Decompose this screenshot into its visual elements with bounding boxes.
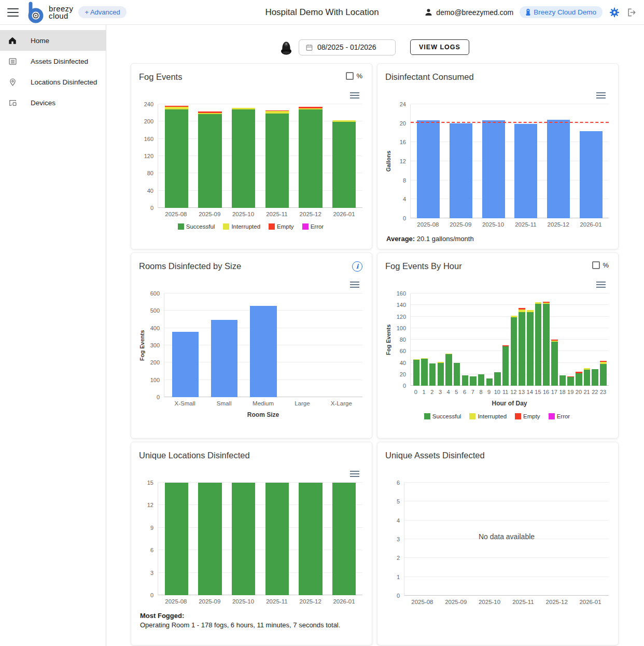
bar	[502, 293, 509, 386]
x-tick-label: 9	[485, 389, 493, 395]
bar-segment	[413, 360, 420, 386]
bar-segment	[543, 304, 550, 386]
home-icon	[8, 36, 17, 45]
panel-rooms-by-size: Rooms Disinfected by Size i Fog Events 0…	[131, 252, 372, 439]
bar-segment	[535, 304, 542, 386]
bar	[551, 293, 558, 386]
bar-slot	[428, 293, 437, 386]
sidebar-item-devices[interactable]: Devices	[0, 92, 106, 113]
x-tick-label: 2025-10	[473, 599, 507, 605]
y-axis-label: Fog Events	[385, 293, 391, 386]
chart-menu-icon[interactable]	[596, 282, 606, 288]
percent-checkbox[interactable]	[346, 72, 354, 80]
bar-slot	[193, 483, 227, 595]
legend-swatch	[302, 223, 309, 230]
calendar-icon	[305, 44, 313, 51]
chart-plot-area[interactable]	[158, 483, 362, 595]
fogger-device-icon[interactable]	[280, 39, 292, 55]
chart-plot-area[interactable]	[164, 293, 362, 397]
chart-menu-icon[interactable]	[350, 471, 359, 477]
bar-segment	[470, 376, 477, 386]
average-note: Average: 20.1 gallons/month	[385, 235, 609, 243]
bar-slot	[322, 293, 361, 397]
devices-icon	[8, 99, 17, 107]
view-logs-button[interactable]: VIEW LOGS	[410, 39, 469, 55]
bar-segment	[502, 346, 509, 386]
percent-toggle[interactable]: %	[346, 72, 362, 80]
chart-plot-area[interactable]	[410, 104, 609, 218]
bar-slot	[193, 104, 227, 208]
y-tick: 160	[397, 290, 406, 297]
bar-segment	[332, 483, 356, 595]
bars-layer	[411, 293, 609, 386]
chart-plot-area[interactable]: No data available	[404, 483, 609, 596]
x-tick-label: Medium	[244, 400, 283, 406]
bar	[172, 293, 199, 397]
x-tick-label: 2025-12	[293, 211, 327, 217]
x-tick-label: 4	[444, 389, 453, 395]
date-range-input[interactable]: 08/2025 - 01/2026	[299, 39, 396, 55]
sidebar-item-locations-disinfected[interactable]: Locations Disinfected	[0, 72, 106, 92]
bar-segment	[417, 120, 440, 218]
y-tick: 200	[144, 118, 153, 124]
bar-slot	[534, 293, 542, 386]
legend-swatch	[223, 223, 229, 230]
breezy-logo-icon	[26, 2, 46, 23]
bar-slot	[166, 293, 205, 397]
percent-toggle[interactable]: %	[592, 261, 609, 269]
x-tick-label: 2026-01	[573, 599, 607, 605]
no-data-message: No data available	[404, 532, 609, 541]
y-axis-label: Fog Events	[139, 293, 145, 397]
y-axis-ticks: 04080120160200240	[139, 104, 158, 208]
y-tick: 3	[150, 570, 153, 576]
settings-gear-icon[interactable]	[609, 7, 620, 18]
x-tick-label: 1	[420, 389, 428, 395]
panel-title: Unique Locations Disinfected	[139, 451, 250, 460]
chart-plot-area[interactable]	[410, 293, 609, 386]
app-header: breezy cloud + Advanced Hospital Demo Wi…	[0, 0, 644, 25]
bar-segment	[429, 363, 436, 386]
chart-menu-icon[interactable]	[350, 282, 359, 288]
bar	[445, 293, 452, 386]
bar	[543, 293, 550, 386]
panel-title: Fog Events By Hour	[385, 261, 462, 271]
bar-slot	[412, 293, 421, 386]
percent-checkbox[interactable]	[592, 261, 600, 269]
tenant-selector[interactable]: Breezy Cloud Demo	[520, 6, 603, 18]
x-tick-label: 2025-11	[260, 211, 293, 217]
x-tick-label: 2026-01	[575, 221, 607, 228]
advanced-toggle[interactable]: + Advanced	[78, 6, 126, 18]
y-tick: 8	[403, 177, 406, 184]
info-icon[interactable]: i	[352, 261, 362, 272]
x-tick-label: 2025-11	[506, 599, 540, 605]
logout-icon[interactable]	[626, 7, 637, 18]
y-tick: 3	[397, 536, 400, 542]
panel-title: Disinfectant Consumed	[385, 72, 474, 82]
x-tick-label: 2025-11	[509, 221, 542, 228]
y-tick: 100	[150, 377, 160, 383]
legend-item: Error	[302, 223, 324, 230]
legend-item: Successful	[424, 413, 461, 419]
sidebar-item-assets-disinfected[interactable]: Assets Disinfected	[0, 51, 106, 72]
bar-slot	[437, 293, 445, 386]
chart-menu-icon[interactable]	[596, 92, 606, 99]
fog-events-chart: 04080120160200240 2025-082025-092025-102…	[139, 104, 362, 230]
sidebar-item-home[interactable]: Home	[0, 30, 106, 51]
menu-icon[interactable]	[7, 8, 19, 17]
y-tick: 9	[150, 525, 153, 531]
bar	[486, 293, 493, 386]
chart-menu-icon[interactable]	[350, 92, 359, 99]
y-tick: 60	[400, 348, 406, 354]
panel-unique-assets: Unique Assets Disinfected 0123456 No dat…	[377, 442, 619, 645]
bar-slot	[494, 293, 502, 386]
chart-plot-area[interactable]	[158, 104, 362, 208]
dashboard-grid: Fog Events % 04080120160200240 2025-0820…	[131, 63, 644, 645]
brand-logo[interactable]: breezy cloud	[26, 2, 73, 23]
y-tick: 600	[150, 290, 160, 297]
bar	[250, 293, 276, 397]
y-tick: 0	[403, 383, 406, 389]
bar	[165, 483, 188, 595]
y-tick: 100	[397, 325, 406, 331]
y-tick: 16	[400, 139, 406, 145]
y-tick: 20	[400, 120, 406, 127]
